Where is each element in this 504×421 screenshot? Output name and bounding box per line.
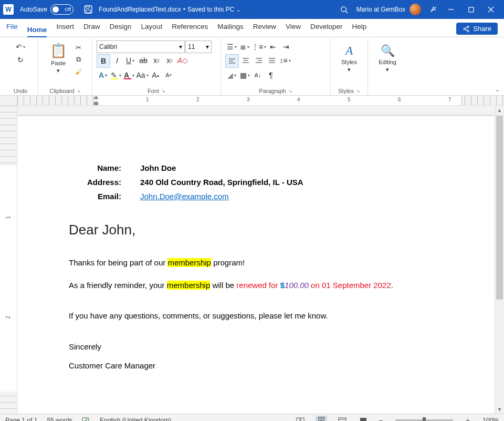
- tab-view[interactable]: View: [286, 23, 301, 34]
- zoom-out-button[interactable]: −: [379, 416, 383, 422]
- undo-button[interactable]: ↶▾: [14, 40, 27, 53]
- maximize-icon[interactable]: [461, 2, 481, 17]
- ruler-tick: 1: [146, 97, 149, 102]
- page[interactable]: Name: John Doe Address: 240 Old Country …: [17, 116, 495, 414]
- hanging-indent-marker[interactable]: [94, 102, 98, 105]
- ruler-tick: 5: [348, 97, 351, 102]
- print-layout-icon[interactable]: [316, 416, 327, 422]
- search-icon[interactable]: [338, 3, 351, 16]
- align-center-button[interactable]: [239, 54, 252, 67]
- styles-button[interactable]: A Styles ▾: [337, 40, 362, 76]
- format-painter-button[interactable]: 🖌: [72, 66, 85, 77]
- dollar-sign: $: [280, 281, 285, 290]
- page-indicator[interactable]: Page 1 of 1: [5, 417, 37, 422]
- font-name-combo[interactable]: Calibri▾: [97, 40, 185, 53]
- vertical-scrollbar[interactable]: ▲ ▼: [495, 106, 504, 414]
- autosave-toggle[interactable]: Off: [50, 4, 74, 15]
- tab-references[interactable]: References: [172, 23, 208, 34]
- show-marks-button[interactable]: ¶: [265, 69, 277, 81]
- word-count[interactable]: 55 words: [47, 417, 72, 422]
- italic-button[interactable]: I: [111, 54, 123, 67]
- tab-help[interactable]: Help: [352, 23, 367, 34]
- bullets-button[interactable]: ☰▾: [225, 40, 238, 53]
- copy-button[interactable]: ⧉: [72, 54, 85, 65]
- save-icon[interactable]: [81, 2, 96, 17]
- document-title[interactable]: FoundAndReplacedText.docx • Saved to thi…: [99, 6, 240, 13]
- align-right-button[interactable]: [253, 54, 265, 67]
- dialog-launcher-icon[interactable]: ↘: [356, 88, 360, 94]
- tab-insert[interactable]: Insert: [56, 23, 74, 34]
- strikethrough-button[interactable]: ab: [137, 54, 150, 67]
- greeting: Dear John,: [69, 222, 443, 238]
- language-indicator[interactable]: English (United Kingdom): [100, 417, 171, 422]
- document-area[interactable]: Name: John Doe Address: 240 Old Country …: [17, 106, 495, 414]
- scroll-track[interactable]: [495, 115, 504, 405]
- line-spacing-button[interactable]: ↕≡▾: [279, 54, 291, 67]
- tab-home[interactable]: Home: [27, 26, 47, 37]
- bold-button[interactable]: B: [97, 54, 110, 68]
- web-layout-icon[interactable]: [337, 416, 348, 422]
- font-size-combo[interactable]: 11▾: [185, 40, 212, 53]
- multilevel-list-button[interactable]: ⋮≡▾: [251, 40, 266, 53]
- ribbon: ↶▾ ↻ Undo 📋 Paste ▾ ✂ ⧉ 🖌 Clipboard↘: [0, 37, 504, 96]
- change-case-button[interactable]: Aa▾: [136, 69, 149, 81]
- redo-button[interactable]: ↻: [14, 54, 27, 66]
- highlight-button[interactable]: ✎▾: [110, 69, 122, 81]
- tab-developer[interactable]: Developer: [310, 23, 343, 34]
- horizontal-ruler[interactable]: 1 2 3 4 5 6 7: [0, 96, 504, 106]
- tab-review[interactable]: Review: [253, 23, 276, 34]
- email-link[interactable]: John.Doe@example.com: [140, 192, 229, 201]
- document-workspace: 1 2 Name: John Doe Address: 240 Old Coun…: [0, 106, 504, 414]
- justify-button[interactable]: [266, 54, 278, 67]
- dialog-launcher-icon[interactable]: ↘: [288, 88, 292, 94]
- share-button[interactable]: Share: [456, 23, 498, 35]
- align-left-button[interactable]: [225, 54, 239, 68]
- dialog-launcher-icon[interactable]: ↘: [161, 88, 165, 94]
- font-color-button[interactable]: A▾: [123, 69, 135, 81]
- shading-button[interactable]: ◢▾: [225, 69, 238, 81]
- autosave-control[interactable]: AutoSave Off: [20, 4, 74, 15]
- tab-draw[interactable]: Draw: [83, 23, 100, 34]
- account-area[interactable]: Mario at GemBox: [356, 4, 421, 15]
- superscript-button[interactable]: x2: [163, 54, 176, 67]
- grow-font-button[interactable]: A▴: [149, 69, 162, 81]
- dialog-launcher-icon[interactable]: ↘: [77, 88, 81, 94]
- decrease-indent-button[interactable]: ⇤: [267, 40, 279, 53]
- increase-indent-button[interactable]: ⇥: [280, 40, 292, 53]
- zoom-in-button[interactable]: +: [466, 416, 470, 422]
- subscript-button[interactable]: x2: [150, 54, 163, 67]
- borders-button[interactable]: ▦▾: [238, 69, 251, 81]
- user-name: Mario at GemBox: [356, 6, 405, 13]
- ruler-tick: 1: [5, 216, 11, 219]
- scroll-down-icon[interactable]: ▼: [495, 405, 504, 414]
- tab-file[interactable]: File: [6, 23, 18, 34]
- svg-rect-1: [86, 6, 89, 8]
- scroll-thumb[interactable]: [496, 116, 503, 300]
- vertical-ruler[interactable]: 1 2: [0, 106, 17, 414]
- zoom-slider-knob[interactable]: [423, 417, 426, 421]
- editing-button[interactable]: 🔍 Editing ▾: [375, 40, 400, 76]
- close-icon[interactable]: [481, 2, 501, 17]
- zoom-level[interactable]: 100%: [482, 417, 499, 422]
- tab-mailings[interactable]: Mailings: [217, 23, 244, 34]
- tab-design[interactable]: Design: [110, 23, 132, 34]
- cut-button[interactable]: ✂: [72, 42, 85, 53]
- scroll-up-icon[interactable]: ▲: [495, 106, 504, 115]
- paste-button[interactable]: 📋 Paste ▾: [46, 40, 71, 76]
- underline-button[interactable]: U▾: [124, 54, 136, 67]
- first-line-indent-marker[interactable]: [93, 96, 99, 99]
- text-effects-button[interactable]: A▾: [97, 69, 109, 81]
- collapse-ribbon-icon[interactable]: ⌄: [495, 86, 500, 93]
- numbering-button[interactable]: ≣▾: [238, 40, 251, 53]
- spellcheck-icon[interactable]: [82, 417, 90, 422]
- sort-button[interactable]: A↓: [251, 69, 264, 81]
- read-mode-icon[interactable]: [295, 416, 306, 422]
- autosave-label: AutoSave: [20, 6, 47, 13]
- ribbon-display-options-icon[interactable]: [426, 2, 441, 17]
- tab-layout[interactable]: Layout: [141, 23, 163, 34]
- shrink-font-button[interactable]: A▾: [162, 69, 175, 81]
- focus-mode-icon[interactable]: [358, 416, 369, 422]
- name-label: Name:: [69, 163, 121, 172]
- clear-formatting-button[interactable]: A◇: [176, 54, 189, 67]
- minimize-icon[interactable]: [441, 2, 461, 17]
